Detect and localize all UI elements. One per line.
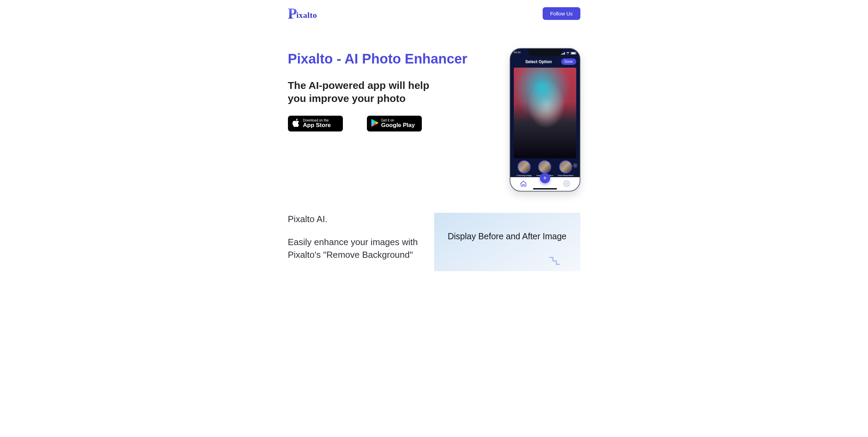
phone-option-thumb-icon [538, 160, 551, 173]
phone-screen-title: Select Option [525, 59, 552, 64]
app-store-text: Download on the App Store [303, 119, 331, 129]
feature-visual-title: Display Before and After Image [448, 231, 566, 241]
decoration-step-icon [548, 256, 560, 268]
hero-subtitle: The AI-powered app will help you improve… [288, 79, 432, 105]
hero-image-col: 10:10 Select [510, 48, 580, 192]
apple-icon [292, 118, 300, 129]
svg-rect-1 [562, 53, 563, 55]
hero-section: Pixalto - AI Photo Enhancer The AI-power… [288, 48, 580, 192]
phone-screen-header: Select Option Done [513, 57, 577, 68]
svg-rect-5 [571, 53, 575, 54]
app-store-badge[interactable]: Download on the App Store [288, 116, 343, 131]
phone-mockup: 10:10 Select [510, 48, 580, 192]
wifi-icon [566, 52, 570, 55]
store-badge-row: Download on the App Store Get it on Goog… [288, 116, 499, 131]
phone-options-next[interactable]: › [573, 163, 578, 168]
phone-notch [529, 49, 562, 56]
phone-fab-add[interactable]: + [540, 173, 550, 183]
brand-logo-letter: P [288, 6, 297, 21]
svg-rect-0 [561, 54, 562, 55]
play-icon [371, 119, 379, 128]
svg-rect-2 [563, 53, 564, 55]
phone-home-indicator [533, 188, 557, 189]
status-time: 10:10 [514, 51, 521, 56]
hero-title: Pixalto - AI Photo Enhancer [288, 48, 499, 69]
site-header: P ixalto Follow Us [288, 0, 580, 24]
svg-point-7 [566, 183, 567, 184]
phone-option-thumb-icon [559, 160, 572, 173]
follow-us-button[interactable]: Follow Us [543, 7, 580, 20]
done-button[interactable]: Done [561, 58, 576, 65]
svg-rect-6 [576, 53, 576, 54]
hero-text-col: Pixalto - AI Photo Enhancer The AI-power… [288, 48, 499, 131]
phone-screen: Select Option Done Colouring Image Image… [513, 57, 577, 177]
phone-option-colouring[interactable]: Colouring Image [516, 160, 532, 176]
chevron-right-icon: › [575, 164, 576, 167]
phone-option-thumb-icon [518, 160, 531, 173]
google-play-text: Get it on Google Play [381, 119, 415, 129]
brand-logo-rest: ixalto [296, 11, 317, 20]
feature-text-col: Pixalto AI. Easily enhance your images w… [288, 213, 434, 271]
gear-icon[interactable] [563, 180, 570, 188]
svg-rect-3 [564, 52, 565, 55]
plus-icon: + [543, 175, 547, 182]
feature-paragraph-2: Easily enhance your images with Pixalto'… [288, 236, 424, 261]
battery-icon [571, 52, 576, 55]
phone-option-face[interactable]: Face Restoration [558, 160, 574, 176]
signal-icon [561, 52, 565, 55]
feature-visual-col: Display Before and After Image [434, 213, 580, 271]
google-play-badge[interactable]: Get it on Google Play [367, 116, 422, 131]
brand-logo[interactable]: P ixalto [288, 6, 317, 21]
feature-paragraph-1: Pixalto AI. [288, 213, 424, 226]
feature-section: Pixalto AI. Easily enhance your images w… [288, 213, 580, 271]
phone-preview-image [514, 68, 576, 158]
home-icon[interactable] [520, 180, 527, 188]
